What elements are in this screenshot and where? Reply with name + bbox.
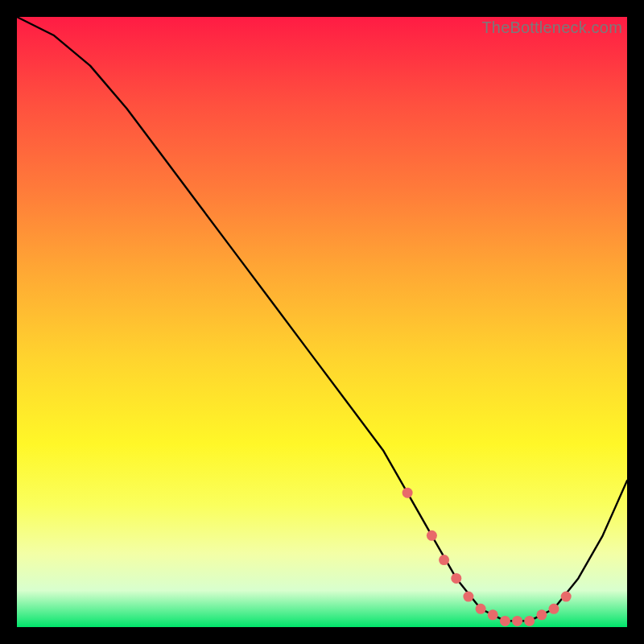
valley-marker	[488, 609, 498, 620]
valley-marker	[402, 488, 413, 498]
valley-marker	[512, 616, 522, 626]
valley-marker	[561, 592, 572, 602]
valley-marker	[524, 616, 535, 626]
valley-markers	[402, 488, 572, 626]
chart-svg	[17, 17, 627, 627]
valley-marker	[536, 609, 547, 620]
chart-frame: TheBottleneck.com	[0, 0, 644, 644]
valley-marker	[463, 592, 473, 602]
chart-plot-area: TheBottleneck.com	[17, 17, 627, 627]
valley-marker	[439, 555, 449, 565]
valley-marker	[427, 530, 437, 541]
bottleneck-curve	[17, 17, 627, 621]
valley-marker	[476, 604, 486, 614]
valley-marker	[451, 573, 461, 584]
valley-marker	[549, 604, 559, 614]
valley-marker	[500, 616, 510, 626]
